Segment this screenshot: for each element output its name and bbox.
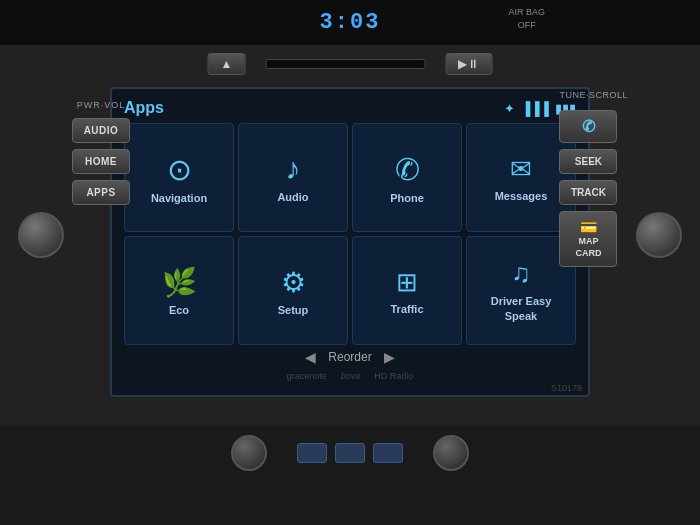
bottom-btn-1[interactable]	[297, 443, 327, 463]
signal-icon: ▐▐▐	[521, 101, 549, 116]
play-pause-button[interactable]: ▶⏸	[445, 53, 492, 75]
navigation-label: Navigation	[151, 192, 207, 204]
app-cell-phone[interactable]: ✆ Phone	[352, 123, 462, 232]
app-cell-navigation[interactable]: ⊙ Navigation	[124, 123, 234, 232]
apps-button[interactable]: APPS	[72, 180, 130, 205]
phone-label: Phone	[390, 192, 424, 204]
traffic-label: Traffic	[390, 303, 423, 315]
bluetooth-icon: ✦	[504, 101, 515, 116]
tune-scroll-knob[interactable]	[636, 212, 682, 258]
reorder-button[interactable]: Reorder	[328, 350, 371, 364]
audio-app-label: Audio	[277, 191, 308, 203]
bottom-btn-3[interactable]	[373, 443, 403, 463]
serial-number: S10179	[551, 383, 582, 393]
setup-label: Setup	[278, 304, 309, 316]
tune-scroll-label: TUNE·SCROLL	[559, 90, 628, 100]
pwr-vol-label: PWR·VOL	[72, 100, 130, 110]
audio-icon: ♪	[286, 152, 301, 186]
app-cell-audio[interactable]: ♪ Audio	[238, 123, 348, 232]
home-button[interactable]: HOME	[72, 149, 130, 174]
screen-title: Apps	[124, 99, 164, 117]
setup-icon: ⚙	[281, 266, 306, 299]
map-card-button[interactable]: 💳 MAPCARD	[559, 211, 617, 267]
seek-button[interactable]: SEEK	[559, 149, 617, 174]
app-cell-setup[interactable]: ⚙ Setup	[238, 236, 348, 345]
track-button[interactable]: TRACK	[559, 180, 617, 205]
messages-label: Messages	[495, 190, 548, 202]
gracenote-logo: gracenote	[287, 371, 327, 381]
traffic-icon: ⊞	[396, 267, 418, 298]
pwr-vol-knob[interactable]	[18, 212, 64, 258]
infotainment-screen: Apps ✦ ▐▐▐ ▮▮▮ ⊙ Navigation ♪ Audio ✆ P	[110, 87, 590, 397]
bova-logo: bova	[341, 371, 361, 381]
messages-icon: ✉	[510, 154, 532, 185]
bottom-knob-right[interactable]	[433, 435, 469, 471]
prev-page-arrow[interactable]: ◀	[305, 349, 316, 365]
next-page-arrow[interactable]: ▶	[384, 349, 395, 365]
app-cell-eco[interactable]: 🌿 Eco	[124, 236, 234, 345]
hd-radio-logo: HD Radio	[374, 371, 413, 381]
eject-button[interactable]: ▲	[208, 53, 246, 75]
eco-icon: 🌿	[162, 266, 197, 299]
app-cell-traffic[interactable]: ⊞ Traffic	[352, 236, 462, 345]
bottom-knob-left[interactable]	[231, 435, 267, 471]
phone-icon: ✆	[395, 152, 420, 187]
airbag-indicator: AIR BAG OFF	[508, 6, 545, 31]
driver-easy-speak-label: Driver EasySpeak	[491, 294, 552, 323]
bottom-btn-2[interactable]	[335, 443, 365, 463]
eco-label: Eco	[169, 304, 189, 316]
clock-display: 3:03	[320, 10, 381, 35]
cd-slot	[265, 59, 425, 69]
phone-answer-button[interactable]: ✆	[559, 110, 617, 143]
audio-button[interactable]: AUDIO	[72, 118, 130, 143]
driver-easy-speak-icon: ♫	[511, 258, 531, 289]
app-grid: ⊙ Navigation ♪ Audio ✆ Phone ✉ Messages …	[124, 123, 576, 345]
navigation-icon: ⊙	[167, 152, 192, 187]
